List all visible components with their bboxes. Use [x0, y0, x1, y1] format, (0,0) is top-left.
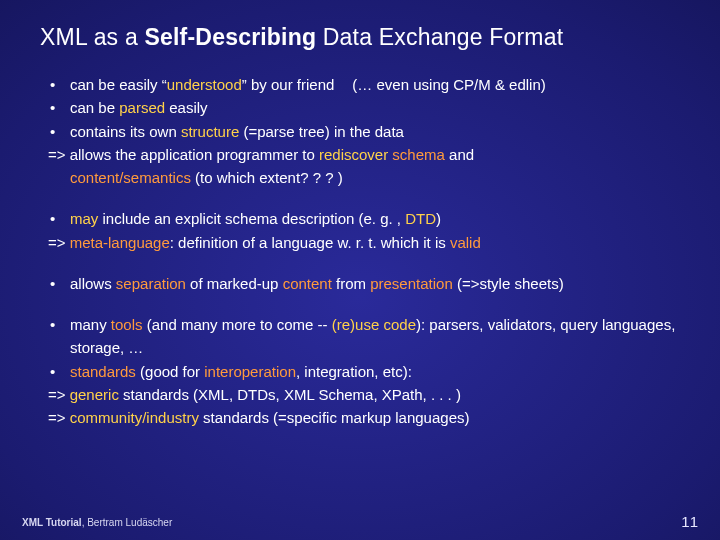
keyword-presentation: presentation — [370, 275, 457, 292]
keyword-schema: schema — [392, 146, 449, 163]
text: => — [48, 409, 70, 426]
bullet-dtd: may include an explicit schema descripti… — [48, 207, 682, 230]
text: (… even using CP/M & edlin) — [352, 76, 545, 93]
text: include an explicit schema description (… — [103, 210, 406, 227]
keyword-meta-language: meta-language — [70, 234, 170, 251]
keyword-separation: separation — [116, 275, 186, 292]
text: can be easily — [70, 76, 162, 93]
title-pre: XML as a — [40, 24, 145, 50]
text: easily — [165, 99, 208, 116]
text: standards (XML, DTDs, XML Schema, XPath,… — [119, 386, 461, 403]
keyword-may: may — [70, 210, 103, 227]
text: allows — [70, 275, 116, 292]
keyword-structure: structure — [181, 123, 244, 140]
bullet-group-3: allows separation of marked-up content f… — [30, 272, 690, 295]
text: many — [70, 316, 111, 333]
slide-title: XML as a Self-Describing Data Exchange F… — [40, 24, 690, 51]
bullet-group-2: may include an explicit schema descripti… — [30, 207, 690, 254]
slide: XML as a Self-Describing Data Exchange F… — [0, 0, 720, 540]
bullet-parsed: can be parsed easily — [48, 96, 682, 119]
text: : definition of a language w. r. t. whic… — [170, 234, 450, 251]
text: => allows the application programmer to — [48, 146, 319, 163]
bullet-tools: many tools (and many more to come -- (re… — [48, 313, 682, 360]
text: contains its own — [70, 123, 181, 140]
keyword-interoperation: interoperation — [204, 363, 296, 380]
text: ) — [436, 210, 441, 227]
keyword-standards: standards — [70, 363, 136, 380]
keyword-content-semantics: content/semantics — [48, 169, 191, 186]
text: can be — [70, 99, 119, 116]
keyword-parsed: parsed — [119, 99, 165, 116]
bullet-structure: contains its own structure (=parse tree)… — [48, 120, 682, 143]
keyword-valid: valid — [450, 234, 481, 251]
footer: XML Tutorial, Bertram Ludäscher — [22, 517, 172, 528]
page-number: 11 — [681, 513, 698, 530]
sub-community-standards: => community/industry standards (=specif… — [48, 406, 682, 429]
keyword-community-industry: community/industry — [70, 409, 199, 426]
bullet-group-4: many tools (and many more to come -- (re… — [30, 313, 690, 429]
text: (good for — [136, 363, 204, 380]
text: standards (=specific markup languages) — [199, 409, 470, 426]
keyword-dtd: DTD — [405, 210, 436, 227]
text: of marked-up — [186, 275, 283, 292]
bullet-understood: can be easily “understood” by our friend… — [48, 73, 682, 96]
keyword-tools: tools — [111, 316, 143, 333]
text: ” — [242, 76, 251, 93]
keyword-content: content — [283, 275, 336, 292]
title-post: Data Exchange Format — [316, 24, 563, 50]
keyword-reuse-code: (re)use code — [332, 316, 416, 333]
title-strong: Self-Describing — [145, 24, 317, 50]
text: and — [449, 146, 474, 163]
text: (=>style sheets) — [457, 275, 564, 292]
bullet-group-1: can be easily “understood” by our friend… — [30, 73, 690, 189]
keyword-rediscover: rediscover — [319, 146, 392, 163]
conclusion-meta-language: => meta-language: definition of a langua… — [48, 231, 682, 254]
text: (to which extent? ? ? ) — [191, 169, 343, 186]
bullet-separation: allows separation of marked-up content f… — [48, 272, 682, 295]
keyword-understood: understood — [167, 76, 242, 93]
footer-author: Bertram Ludäscher — [87, 517, 172, 528]
text: (and many more to come -- — [143, 316, 332, 333]
text: by our friend — [251, 76, 334, 93]
bullet-standards: standards (good for interoperation, inte… — [48, 360, 682, 383]
text: => — [48, 234, 70, 251]
text: => — [48, 386, 70, 403]
text: from — [336, 275, 370, 292]
sub-generic-standards: => generic standards (XML, DTDs, XML Sch… — [48, 383, 682, 406]
keyword-generic: generic — [70, 386, 119, 403]
footer-title: XML Tutorial — [22, 517, 82, 528]
text: , integration, etc): — [296, 363, 412, 380]
conclusion-rediscover: => allows the application programmer to … — [48, 143, 682, 190]
text: (=parse tree) in the data — [243, 123, 404, 140]
